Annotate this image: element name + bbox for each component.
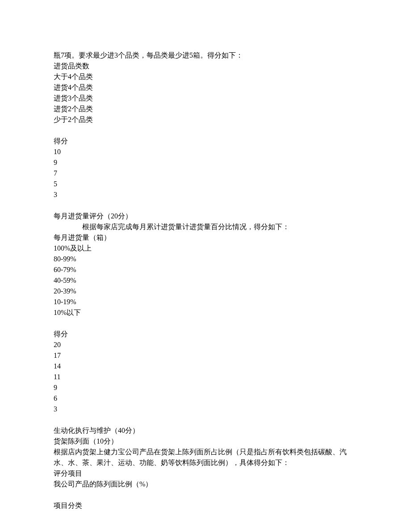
monthly-score: 14: [54, 361, 357, 372]
section1-row: 进货3个品类: [54, 93, 357, 104]
section1-row: 少于2个品类: [54, 114, 357, 125]
monthly-note: 根据每家店完成每月累计进货量计进货量百分比情况，得分如下：: [54, 222, 357, 232]
section1-header: 进货品类数: [54, 61, 357, 71]
eval-category: 项目分类: [54, 500, 357, 511]
blank-line: [54, 125, 357, 136]
section1-score: 10: [54, 147, 357, 157]
monthly-score: 6: [54, 393, 357, 404]
monthly-row: 10-19%: [54, 297, 357, 307]
blank-line: [54, 490, 357, 500]
section1-score: 7: [54, 168, 357, 179]
intro-line: 瓶7项。要求最少进3个品类，每品类最少进5箱。得分如下：: [54, 50, 357, 61]
score-label: 得分: [54, 136, 357, 147]
blank-line: [54, 415, 357, 425]
section1-row: 大于4个品类: [54, 71, 357, 82]
section1-score: 5: [54, 179, 357, 189]
monthly-score: 20: [54, 339, 357, 350]
document-page: 瓶7项。要求最少进3个品类，每品类最少进5箱。得分如下： 进货品类数 大于4个品…: [0, 0, 411, 532]
monthly-row: 80-99%: [54, 254, 357, 264]
monthly-score: 11: [54, 372, 357, 382]
section1-score: 3: [54, 189, 357, 200]
shelf-title: 货架陈列面（10分）: [54, 436, 357, 447]
blank-line: [54, 200, 357, 211]
monthly-score: 3: [54, 404, 357, 415]
eval-ratio: 我公司产品的陈列面比例（%）: [54, 479, 357, 490]
shelf-desc: 根据店内货架上健力宝公司产品在货架上陈列面所占比例（只是指占所有饮料类包括碳酸、…: [54, 447, 357, 468]
monthly-row: 20-39%: [54, 286, 357, 297]
eval-item: 评分项目: [54, 468, 357, 479]
monthly-row: 60-79%: [54, 264, 357, 275]
monthly-row: 40-59%: [54, 275, 357, 286]
monthly-score: 9: [54, 382, 357, 393]
monthly-score: 17: [54, 350, 357, 361]
score-label: 得分: [54, 329, 357, 339]
monthly-row: 100%及以上: [54, 243, 357, 254]
monthly-title: 每月进货量评分（20分）: [54, 211, 357, 222]
section1-row: 进货2个品类: [54, 104, 357, 114]
section1-row: 进货4个品类: [54, 82, 357, 93]
blank-line: [54, 318, 357, 329]
monthly-header: 每月进货量（箱）: [54, 232, 357, 243]
vivid-title: 生动化执行与维护（40分）: [54, 425, 357, 436]
monthly-row: 10%以下: [54, 307, 357, 318]
section1-score: 9: [54, 157, 357, 168]
